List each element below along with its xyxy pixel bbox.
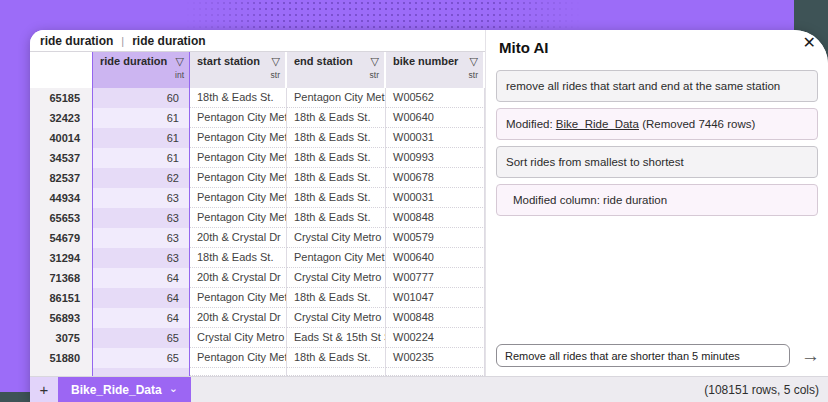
chat-message-list: remove all rides that start and end at t… xyxy=(496,70,818,216)
cell-end-station[interactable]: Pentagon City Met… xyxy=(287,88,386,108)
row-index-cell[interactable]: 3075 xyxy=(30,328,92,348)
cell-end-station[interactable]: 18th & Eads St. xyxy=(287,348,386,368)
cell-ride-duration[interactable]: 65 xyxy=(92,348,190,368)
cell-bike-number[interactable]: W00235 xyxy=(386,348,485,368)
cell-start-station[interactable]: Pentagon City Met… xyxy=(190,168,287,188)
filter-icon[interactable]: ▽ xyxy=(176,56,184,67)
table-row: 5188065Pentagon City Met…18th & Eads St.… xyxy=(30,348,485,368)
cell-bike-number[interactable]: W00031 xyxy=(386,188,485,208)
cell-end-station[interactable]: 18th & Eads St. xyxy=(287,208,386,228)
cell-end-station[interactable]: 18th & Eads St. xyxy=(287,108,386,128)
add-sheet-button[interactable]: + xyxy=(30,377,58,402)
cell-bike-number[interactable]: W00224 xyxy=(386,328,485,348)
cell-end-station[interactable]: 18th & Eads St. xyxy=(287,148,386,168)
row-index-cell[interactable]: 82537 xyxy=(30,168,92,188)
cell-bike-number[interactable]: W00640 xyxy=(386,108,485,128)
cell-bike-number[interactable]: W00848 xyxy=(386,208,485,228)
cell-ride-duration[interactable]: 65 xyxy=(92,328,190,348)
mito-app-window: ride duration | ride duration ride durat… xyxy=(30,30,828,402)
cell-ride-duration[interactable]: 64 xyxy=(92,308,190,328)
cell-start-station[interactable]: 20th & Crystal Dr xyxy=(190,308,287,328)
table-row: 8253762Pentagon City Met…18th & Eads St.… xyxy=(30,168,485,188)
column-header-start-station[interactable]: start station▽str xyxy=(190,52,287,88)
cell-ride-duration[interactable]: 63 xyxy=(92,188,190,208)
cell-ride-duration[interactable]: 64 xyxy=(92,268,190,288)
cell-end-station[interactable]: Crystal City Metro … xyxy=(287,228,386,248)
cell-start-station[interactable]: Pentagon City Met… xyxy=(190,188,287,208)
filter-icon[interactable]: ▽ xyxy=(371,56,379,67)
cell-bike-number[interactable]: W01047 xyxy=(386,288,485,308)
chat-message-assistant[interactable]: Modified column: ride duration xyxy=(496,184,818,216)
row-index-cell[interactable]: 65185 xyxy=(30,88,92,108)
row-index-cell[interactable]: 71368 xyxy=(30,268,92,288)
row-index-cell[interactable]: 54679 xyxy=(30,228,92,248)
cell-ride-duration[interactable]: 60 xyxy=(92,88,190,108)
clipped-cell xyxy=(30,368,92,376)
cell-end-station[interactable]: 18th & Eads St. xyxy=(287,168,386,188)
column-name: ride duration xyxy=(100,55,167,67)
filter-icon[interactable]: ▽ xyxy=(470,56,478,67)
table-row: 568936420th & Crystal DrCrystal City Met… xyxy=(30,308,485,328)
close-icon[interactable]: ✕ xyxy=(803,34,816,52)
halftone-dot-texture xyxy=(185,0,580,30)
spreadsheet-grid[interactable]: ride duration▽intstart station▽strend st… xyxy=(30,52,485,376)
chat-message-assistant[interactable]: Modified: Bike_Ride_Data (Removed 7446 r… xyxy=(496,108,818,140)
cell-ride-duration[interactable]: 61 xyxy=(92,128,190,148)
column-header-end-station[interactable]: end station▽str xyxy=(287,52,386,88)
cell-end-station[interactable]: Crystal City Metro … xyxy=(287,268,386,288)
column-header-bike-number[interactable]: bike number▽str xyxy=(386,52,485,88)
row-index-cell[interactable]: 56893 xyxy=(30,308,92,328)
row-index-cell[interactable]: 40014 xyxy=(30,128,92,148)
cell-bike-number[interactable]: W00777 xyxy=(386,268,485,288)
row-index-cell[interactable]: 32423 xyxy=(30,108,92,128)
cell-bike-number[interactable]: W00678 xyxy=(386,168,485,188)
column-header-ride-duration[interactable]: ride duration▽int xyxy=(92,52,190,88)
row-index-cell[interactable]: 31294 xyxy=(30,248,92,268)
cell-end-station[interactable]: Pentagon City Met… xyxy=(287,248,386,268)
chat-message-user[interactable]: remove all rides that start and end at t… xyxy=(496,70,818,102)
cell-start-station[interactable]: Pentagon City Met… xyxy=(190,148,287,168)
cell-start-station[interactable]: 20th & Crystal Dr xyxy=(190,228,287,248)
cell-start-station[interactable]: Pentagon City Met… xyxy=(190,288,287,308)
row-index-cell[interactable]: 65653 xyxy=(30,208,92,228)
cell-bike-number[interactable]: W00579 xyxy=(386,228,485,248)
cell-ride-duration[interactable]: 61 xyxy=(92,108,190,128)
cell-start-station[interactable]: Crystal City Metro … xyxy=(190,328,287,348)
cell-start-station[interactable]: 20th & Crystal Dr xyxy=(190,268,287,288)
cell-start-station[interactable]: Pentagon City Met… xyxy=(190,108,287,128)
ai-chat-input[interactable] xyxy=(496,344,790,367)
cell-ride-duration[interactable]: 61 xyxy=(92,148,190,168)
cell-start-station[interactable]: Pentagon City Met… xyxy=(190,348,287,368)
row-index-cell[interactable]: 51880 xyxy=(30,348,92,368)
dataframe-link[interactable]: Bike_Ride_Data xyxy=(556,118,639,130)
cell-bike-number[interactable]: W00031 xyxy=(386,128,485,148)
cell-ride-duration[interactable]: 63 xyxy=(92,208,190,228)
sheet-tab-bike-ride-data[interactable]: Bike_Ride_Data ⌄ xyxy=(58,377,191,402)
cell-bike-number[interactable]: W00640 xyxy=(386,248,485,268)
cell-ride-duration[interactable]: 63 xyxy=(92,248,190,268)
cell-end-station[interactable]: Crystal City Metro … xyxy=(287,308,386,328)
row-index-cell[interactable]: 86151 xyxy=(30,288,92,308)
column-dtype: str xyxy=(294,70,379,80)
chat-message-user[interactable]: Sort rides from smallest to shortest xyxy=(496,146,818,178)
cell-ride-duration[interactable]: 64 xyxy=(92,288,190,308)
cell-end-station[interactable]: 18th & Eads St. xyxy=(287,288,386,308)
row-index-cell[interactable]: 44934 xyxy=(30,188,92,208)
filter-icon[interactable]: ▽ xyxy=(272,56,280,67)
cell-ride-duration[interactable]: 63 xyxy=(92,228,190,248)
cell-end-station[interactable]: 18th & Eads St. xyxy=(287,128,386,148)
cell-start-station[interactable]: 18th & Eads St. xyxy=(190,88,287,108)
cell-bike-number[interactable]: W00993 xyxy=(386,148,485,168)
table-row-partial xyxy=(30,368,485,376)
cell-bike-number[interactable]: W00562 xyxy=(386,88,485,108)
cell-end-station[interactable]: 18th & Eads St. xyxy=(287,188,386,208)
cell-end-station[interactable]: Eads St & 15th St S xyxy=(287,328,386,348)
cell-start-station[interactable]: Pentagon City Met… xyxy=(190,208,287,228)
cell-ride-duration[interactable]: 62 xyxy=(92,168,190,188)
cell-start-station[interactable]: 18th & Eads St. xyxy=(190,248,287,268)
send-arrow-icon[interactable]: → xyxy=(799,346,822,366)
cell-bike-number[interactable]: W00848 xyxy=(386,308,485,328)
cell-start-station[interactable]: Pentagon City Met… xyxy=(190,128,287,148)
formula-bar[interactable]: ride duration | ride duration xyxy=(30,30,485,52)
row-index-cell[interactable]: 34537 xyxy=(30,148,92,168)
